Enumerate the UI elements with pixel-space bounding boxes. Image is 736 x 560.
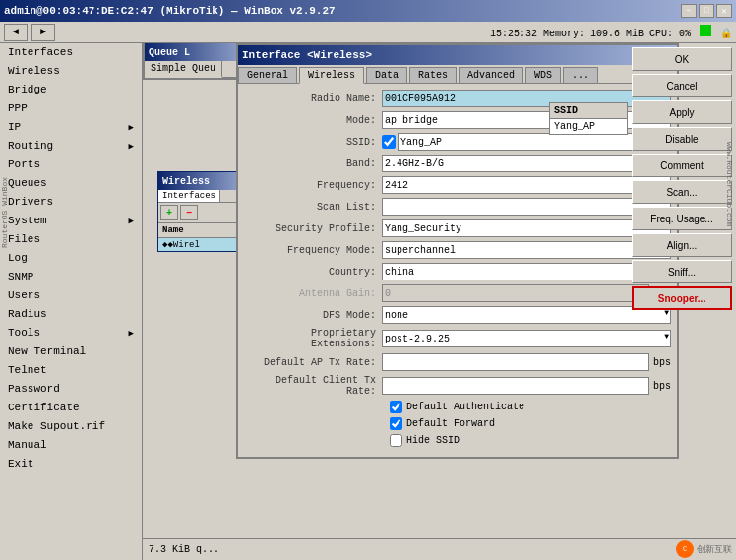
ap-tx-rate-suffix: bps (653, 357, 671, 368)
client-tx-rate-row: Default Client Tx Rate: bps (244, 375, 671, 397)
default-forward-label: Default Forward (406, 418, 495, 429)
main-layout: RouterOS WinBox Interfaces Wireless Brid… (0, 43, 736, 560)
tab-wds[interactable]: WDS (525, 67, 561, 83)
proprietary-ext-row: Proprietary Extensions: post-2.9.25 ▼ (244, 328, 671, 349)
hide-ssid-checkbox[interactable] (390, 434, 402, 447)
default-authenticate-row: Default Authenticate (244, 401, 671, 413)
ssid-table-header: SSID (550, 103, 627, 119)
content-area: www.RouterClub.com Queue L Simple Queu W… (143, 43, 736, 560)
tab-interfaces[interactable]: Interfaces (158, 190, 220, 202)
sidebar-item-ip[interactable]: IP▶ (0, 118, 142, 137)
sidebar-item-wireless[interactable]: Wireless (0, 62, 142, 81)
maximize-button[interactable]: □ (699, 4, 714, 18)
sidebar-item-manual[interactable]: Manual (0, 436, 142, 455)
sidebar-item-log[interactable]: Log (0, 249, 142, 268)
hide-ssid-row: Hide SSID (244, 434, 671, 447)
frequency-label: Frequency: (244, 180, 382, 191)
sidebar-item-exit[interactable]: Exit (0, 455, 142, 473)
ok-button[interactable]: OK (632, 47, 732, 71)
ssid-table-row: Yang_AP (550, 119, 627, 134)
default-authenticate-checkbox[interactable] (390, 401, 402, 413)
sidebar-item-ports[interactable]: Ports (0, 156, 142, 174)
minimize-button[interactable]: − (681, 4, 697, 18)
dfs-mode-label: DFS Mode: (244, 310, 382, 321)
logo-area: C 创新互联 (676, 540, 732, 558)
country-row: Country: china ▼ (244, 263, 671, 280)
close-button[interactable]: ✕ (716, 4, 732, 18)
antenna-gain-input (382, 284, 649, 302)
queue-title-text: Queue L (149, 47, 190, 58)
security-profile-row: Security Profile: Yang_Security ▼ (244, 219, 671, 237)
tab-more[interactable]: ... (563, 67, 598, 83)
tab-general[interactable]: General (238, 67, 297, 83)
tab-advanced[interactable]: Advanced (459, 67, 523, 83)
align-button[interactable]: Align... (632, 233, 732, 257)
tab-data[interactable]: Data (366, 67, 407, 83)
ssid-table: SSID Yang_AP (549, 102, 628, 135)
tab-wireless[interactable]: Wireless (299, 67, 364, 84)
radio-name-label: Radio Name: (244, 93, 382, 104)
sidebar-item-routing[interactable]: Routing▶ (0, 137, 142, 156)
bottom-status-text: 7.3 KiB q... (149, 544, 219, 555)
proprietary-ext-label: Proprietary Extensions: (244, 328, 382, 349)
sidebar-item-interfaces[interactable]: Interfaces (0, 43, 142, 62)
scan-list-label: Scan List: (244, 202, 382, 213)
hide-ssid-label: Hide SSID (406, 435, 460, 446)
scan-list-row: Scan List: (244, 198, 671, 216)
queue-tab-simple[interactable]: Simple Queu (145, 61, 222, 78)
sidebar-item-queues[interactable]: Queues (0, 174, 142, 193)
disable-button[interactable]: Disable (632, 127, 732, 151)
sidebar-item-tools[interactable]: Tools▶ (0, 324, 142, 342)
sidebar-item-files[interactable]: Files (0, 230, 142, 249)
forward-button[interactable]: ► (31, 24, 55, 41)
back-button[interactable]: ◄ (4, 24, 28, 41)
frequency-mode-label: Frequency Mode: (244, 245, 382, 256)
proprietary-ext-select-wrapper: post-2.9.25 ▼ (382, 330, 671, 347)
form-area: Radio Name: Mode: ap bridge ▼ (244, 90, 671, 451)
dialog-title-text: Interface <Wireless> (242, 49, 372, 61)
apply-button[interactable]: Apply (632, 100, 732, 124)
sidebar-item-certificate[interactable]: Certificate (0, 399, 142, 417)
sniff-button[interactable]: Sniff... (632, 260, 732, 283)
band-label: Band: (244, 158, 382, 169)
band-row: Band: 2.4GHz-B/G ▼ (244, 155, 671, 172)
sidebar-item-system[interactable]: System▶ (0, 212, 142, 230)
sidebar-item-telnet[interactable]: Telnet (0, 361, 142, 380)
antenna-gain-row: Antenna Gain: dBi (244, 284, 671, 302)
comment-button[interactable]: Comment (632, 154, 732, 177)
sidebar-item-snmp[interactable]: SNMP (0, 268, 142, 286)
cancel-button[interactable]: Cancel (632, 74, 732, 97)
ap-tx-rate-input[interactable] (382, 353, 649, 371)
scan-button[interactable]: Scan... (632, 180, 732, 204)
default-authenticate-label: Default Authenticate (406, 402, 524, 412)
logo-icon: C (676, 540, 694, 558)
dialog-content: Radio Name: Mode: ap bridge ▼ (238, 84, 677, 457)
client-tx-rate-label: Default Client Tx Rate: (244, 375, 382, 397)
frequency-row: Frequency: 2412 ▼ (244, 176, 671, 194)
mode-label: Mode: (244, 115, 382, 126)
sidebar-item-radius[interactable]: Radius (0, 305, 142, 324)
sidebar-item-ppp[interactable]: PPP (0, 99, 142, 118)
sidebar: Interfaces Wireless Bridge PPP IP▶ Routi… (0, 43, 143, 560)
ssid-label: SSID: (244, 137, 382, 148)
add-wireless-button[interactable]: + (160, 205, 178, 220)
default-forward-checkbox[interactable] (390, 417, 402, 430)
status-text: 15:25:32 Memory: 109.6 MiB CPU: 0% 🔒 (490, 25, 732, 39)
snooper-button[interactable]: Snooper... (632, 286, 732, 310)
sidebar-item-drivers[interactable]: Drivers (0, 193, 142, 212)
default-forward-row: Default Forward (244, 417, 671, 430)
bottom-status: 7.3 KiB q... (143, 538, 736, 560)
sidebar-item-make-supout[interactable]: Make Supout.rif (0, 417, 142, 436)
freq-usage-button[interactable]: Freq. Usage... (632, 207, 732, 230)
sidebar-item-users[interactable]: Users (0, 286, 142, 305)
ssid-checkbox[interactable] (382, 135, 396, 149)
client-tx-rate-suffix: bps (653, 381, 671, 392)
sidebar-item-new-terminal[interactable]: New Terminal (0, 342, 142, 361)
remove-wireless-button[interactable]: − (180, 205, 198, 220)
button-panel: OK Cancel Apply Disable Comment Scan... … (628, 43, 736, 314)
sidebar-item-password[interactable]: Password (0, 380, 142, 399)
tab-rates[interactable]: Rates (409, 67, 457, 83)
proprietary-ext-select[interactable]: post-2.9.25 (382, 330, 671, 347)
sidebar-item-bridge[interactable]: Bridge (0, 81, 142, 99)
client-tx-rate-input[interactable] (382, 377, 649, 395)
